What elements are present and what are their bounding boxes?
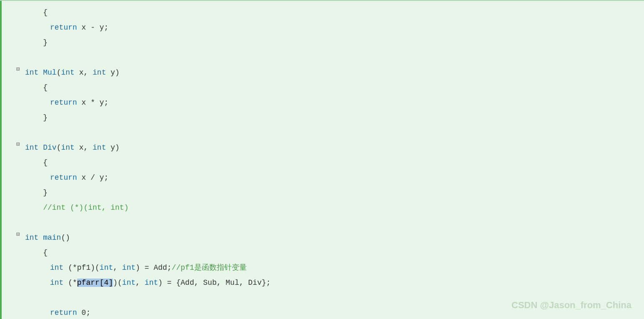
selection-highlight: pfarr[4] — [77, 279, 113, 287]
code-line — [2, 50, 644, 65]
code-line — [2, 290, 644, 305]
code-line: { — [2, 245, 644, 260]
code-line: //int (*)(int, int) — [2, 200, 644, 215]
code-line: { — [2, 80, 644, 95]
code-line — [2, 125, 644, 140]
code-line: return 0; — [2, 305, 644, 319]
code-line: ⊟ int main() — [2, 230, 644, 245]
code-editor: { return x - y; } ⊟ int Mul(int x, int y… — [0, 0, 644, 319]
code-line: { — [2, 5, 644, 20]
code-line: } — [2, 110, 644, 125]
code-line: return x * y; — [2, 95, 644, 110]
code-line: ⊟ int Mul(int x, int y) — [2, 65, 644, 80]
code-line: return x / y; — [2, 170, 644, 185]
code-area: { return x - y; } ⊟ int Mul(int x, int y… — [0, 5, 644, 319]
code-line-highlighted: int (*pfarr[4])(int, int) = {Add, Sub, M… — [2, 275, 644, 290]
code-line: { — [2, 155, 644, 170]
code-line: } — [2, 185, 644, 200]
code-line: ⊟ int Div(int x, int y) — [2, 140, 644, 155]
code-line: return x - y; — [2, 20, 644, 35]
code-line: int (*pf1)(int, int) = Add;//pf1是函数指针变量 — [2, 260, 644, 275]
code-line — [2, 215, 644, 230]
code-line: } — [2, 35, 644, 50]
